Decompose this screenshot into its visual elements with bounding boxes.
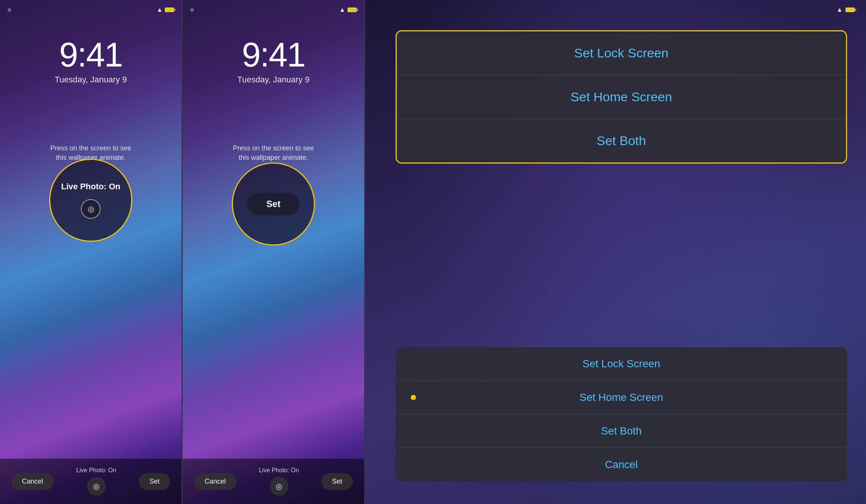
- menu-item-lower-set-both[interactable]: Set Both: [396, 414, 847, 448]
- cancel-button-2[interactable]: Cancel: [194, 473, 236, 490]
- menu-item-set-both[interactable]: Set Both: [397, 119, 846, 162]
- live-icon-1[interactable]: ◎: [81, 199, 101, 219]
- set-button-1[interactable]: Set: [139, 473, 170, 490]
- live-photo-icon-btn-1[interactable]: ◎: [87, 477, 106, 496]
- menu-item-lower-cancel[interactable]: Cancel: [396, 448, 847, 481]
- bottom-bar-1: Cancel Live Photo: On ◎ Set: [0, 459, 182, 504]
- status-bar-2: ⌾ ▲: [183, 0, 364, 17]
- live-photo-icon-btn-2[interactable]: ◎: [270, 477, 289, 496]
- status-bar-right: ▲: [365, 0, 866, 17]
- set-button-large-2[interactable]: Set: [247, 193, 299, 215]
- status-bar-1: ⌾ ▲: [0, 0, 182, 17]
- lock-time-2: 9:41 Tuesday, January 9: [183, 38, 364, 85]
- phone-screen-2: ⌾ ▲ 9:41 Tuesday, January 9 Press on the…: [183, 0, 364, 504]
- set-button-2[interactable]: Set: [321, 473, 353, 490]
- date-display-1: Tuesday, January 9: [0, 75, 182, 85]
- live-photo-on-label: Live Photo: On: [61, 182, 120, 192]
- lock-time-1: 9:41 Tuesday, January 9: [0, 38, 182, 85]
- status-right-2: ▲: [339, 6, 357, 13]
- time-display-2: 9:41: [183, 38, 364, 72]
- phone-screen-1: ⌾ ▲ 9:41 Tuesday, January 9 Press on the…: [0, 0, 182, 504]
- menu-item-set-home-screen[interactable]: Set Home Screen: [397, 75, 846, 119]
- wifi-icon-2: ⌾: [190, 6, 194, 13]
- live-photo-label-2: Live Photo: On: [259, 467, 299, 474]
- battery-icon-1: [165, 8, 174, 12]
- menu-popup-lower: Set Lock Screen Set Home Screen Set Both…: [396, 347, 847, 481]
- status-left-2: ⌾: [190, 6, 194, 13]
- date-display-2: Tuesday, January 9: [183, 75, 364, 85]
- bottom-bar-2: Cancel Live Photo: On ◎ Set: [183, 459, 364, 504]
- status-right-1: ▲: [157, 6, 174, 13]
- status-left-1: ⌾: [8, 6, 11, 13]
- wifi-icon-right-panel: ▲: [837, 6, 843, 13]
- battery-icon-right: [846, 8, 855, 12]
- wallpaper-hint-2: Press on the screen to see this wallpape…: [183, 144, 364, 162]
- menu-item-set-lock-screen[interactable]: Set Lock Screen: [397, 31, 846, 75]
- wifi-icon-right-1: ▲: [157, 6, 163, 13]
- time-display-1: 9:41: [0, 38, 182, 72]
- bottom-center-2: Live Photo: On ◎: [259, 467, 299, 496]
- wifi-icon-right-2: ▲: [339, 6, 345, 13]
- live-photo-label-1: Live Photo: On: [76, 467, 116, 474]
- wifi-icon-1: ⌾: [8, 6, 11, 13]
- menu-item-lower-set-home-screen[interactable]: Set Home Screen: [396, 381, 847, 414]
- right-panel: ▲ Set Lock Screen Set Home Screen Set Bo…: [365, 0, 866, 504]
- battery-icon-2: [348, 8, 357, 12]
- live-photo-circle-1: Live Photo: On ◎: [49, 159, 132, 242]
- cancel-button-1[interactable]: Cancel: [11, 473, 54, 490]
- bottom-center-1: Live Photo: On ◎: [76, 467, 116, 496]
- menu-popup-highlighted: Set Lock Screen Set Home Screen Set Both: [396, 30, 847, 164]
- set-button-circle-2: Set: [232, 162, 315, 246]
- menu-item-lower-set-lock-screen[interactable]: Set Lock Screen: [396, 347, 847, 381]
